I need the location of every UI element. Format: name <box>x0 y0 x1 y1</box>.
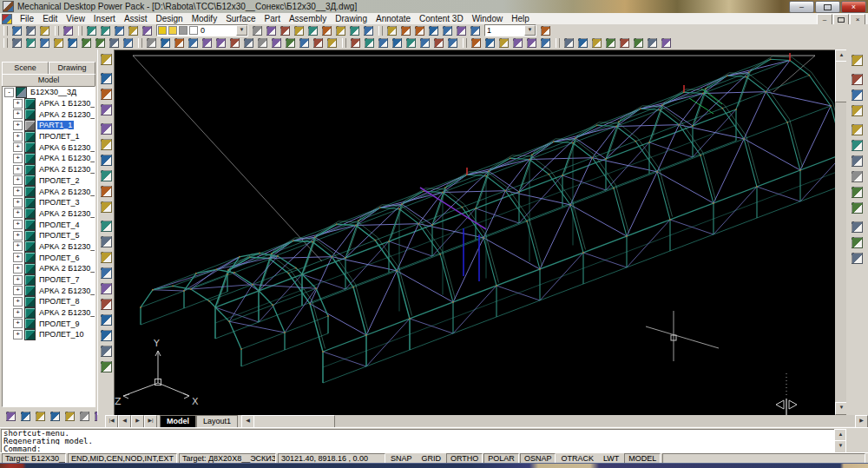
distant-light-icon[interactable] <box>469 24 482 37</box>
tree-expander-icon[interactable]: + <box>13 121 23 130</box>
arc-icon[interactable] <box>38 36 51 49</box>
toolbar-grip[interactable] <box>78 26 82 36</box>
tree-expander-icon[interactable]: + <box>13 231 23 241</box>
snap-from-icon[interactable] <box>99 87 114 102</box>
tree-expander-icon[interactable]: + <box>13 154 23 163</box>
tree-item[interactable]: +АРКА 2 Б1230_9 <box>3 307 95 319</box>
menu-drawing[interactable]: Drawing <box>331 14 372 23</box>
tree-item[interactable]: +АРКА 2 Б1230_1 <box>3 109 95 120</box>
dropdown-arrow-icon[interactable]: ▼ <box>236 25 247 36</box>
tree-expander-icon[interactable]: + <box>13 142 23 152</box>
tree-item[interactable]: +ПРОЛЕТ_8 <box>3 296 95 307</box>
tree-item[interactable]: +АРКА 2 Б1230_3 <box>3 186 95 197</box>
combine-icon[interactable] <box>618 36 631 49</box>
toolbar-grip[interactable] <box>342 38 346 48</box>
move-icon[interactable] <box>159 36 172 49</box>
copy-clip-icon[interactable] <box>99 24 112 37</box>
work-plane-icon[interactable] <box>99 344 114 359</box>
mirror-icon[interactable] <box>201 36 214 49</box>
drawing-canvas[interactable]: YZX <box>114 49 836 416</box>
save-icon[interactable] <box>38 24 51 37</box>
tree-expander-icon[interactable]: + <box>13 297 23 307</box>
tab-layout1[interactable]: Layout1 <box>196 415 238 427</box>
erase-icon[interactable] <box>145 36 158 49</box>
sweep-feature-icon[interactable] <box>99 250 114 265</box>
menu-edit[interactable]: Edit <box>38 14 62 23</box>
select-objects-icon[interactable] <box>99 52 114 67</box>
menu-content-3d[interactable]: Content 3D <box>415 14 468 23</box>
zoom-all-icon[interactable] <box>497 36 510 49</box>
dimension-2d-icon[interactable] <box>293 24 306 37</box>
annotation-flag-icon[interactable] <box>77 409 91 423</box>
fog-icon[interactable] <box>850 201 865 215</box>
tree-item[interactable]: +АРКА 2 Б1230_6 <box>3 241 95 253</box>
new-icon[interactable] <box>10 24 23 37</box>
tab-prev-icon[interactable]: ◀ <box>118 415 131 428</box>
shade-icon[interactable] <box>525 36 538 49</box>
mapping-icon[interactable] <box>850 169 865 184</box>
text-style-icon[interactable] <box>391 36 404 49</box>
camera-icon[interactable] <box>455 24 468 37</box>
tree-item[interactable]: +ПРОЛЕТ_3 <box>3 197 95 208</box>
array-icon[interactable] <box>228 36 241 49</box>
menu-design[interactable]: Design <box>152 14 187 23</box>
extrude-feature-icon[interactable] <box>99 219 114 234</box>
tree-expander-icon[interactable]: + <box>13 208 23 218</box>
tree-item[interactable]: +АРКА 1 Б1230_1 <box>3 98 95 109</box>
scene-new-icon[interactable] <box>33 409 47 423</box>
tree-item[interactable]: +ПРОЛЕТ_6 <box>3 252 95 263</box>
tree-expander-icon[interactable]: + <box>13 187 23 196</box>
windows-taskbar-edge[interactable] <box>0 463 868 468</box>
chamfer-feature-icon[interactable] <box>99 313 114 327</box>
landscape-new-icon[interactable] <box>850 220 865 234</box>
shade-mode-icon[interactable] <box>850 72 865 87</box>
add-constraint-icon[interactable] <box>99 184 114 199</box>
render-statistics-icon[interactable] <box>850 251 865 266</box>
layer-combo[interactable]: 0 ▼ <box>156 24 248 36</box>
construction-line-icon[interactable] <box>24 36 37 49</box>
rotate-icon[interactable] <box>173 36 186 49</box>
tree-item[interactable]: +АРКА 2 Б1230_8 <box>3 285 95 296</box>
menu-part[interactable]: Part <box>260 14 285 23</box>
tree-item[interactable]: +АРКА 2 Б1230_7 <box>3 263 95 274</box>
loft-feature-icon[interactable] <box>99 266 114 280</box>
tree-expander-icon[interactable]: + <box>13 175 23 185</box>
toolbar-grip[interactable] <box>3 26 8 36</box>
menu-file[interactable]: File <box>16 14 38 23</box>
tree-expander-icon[interactable]: + <box>13 308 23 318</box>
layer-lock-icon[interactable] <box>179 26 187 35</box>
update-part-icon[interactable] <box>660 36 673 49</box>
undo-icon[interactable] <box>251 24 264 37</box>
tree-expander-icon[interactable]: + <box>13 264 23 274</box>
break-icon[interactable] <box>270 36 283 49</box>
fillet-feature-icon[interactable] <box>99 297 114 312</box>
polygon-icon[interactable] <box>80 36 93 49</box>
hide-objects-icon[interactable] <box>850 53 865 68</box>
tree-item[interactable]: +ПРОЛЕТ_9 <box>3 318 95 329</box>
part-lock-icon[interactable] <box>48 409 62 423</box>
spline-icon[interactable] <box>52 36 65 49</box>
attribute-icon[interactable] <box>446 36 459 49</box>
tree-item[interactable]: +ПРОЛЕТ_2 <box>3 175 95 187</box>
fillet-3d-icon[interactable] <box>604 36 617 49</box>
text-icon[interactable] <box>349 36 362 49</box>
toolbar-grip[interactable] <box>463 38 467 48</box>
extrude-icon[interactable] <box>576 36 589 49</box>
image-insert-icon[interactable] <box>334 24 347 37</box>
tab-drawing[interactable]: Drawing <box>49 62 95 75</box>
view-next-icon[interactable] <box>399 24 412 37</box>
scroll-left-icon[interactable]: ◀ <box>241 415 254 428</box>
chamfer-icon[interactable] <box>284 36 297 49</box>
sketch-new-icon[interactable] <box>99 122 114 136</box>
desktop-options-icon[interactable] <box>3 409 17 423</box>
sketch-2d-icon[interactable] <box>265 24 278 37</box>
lights-icon[interactable] <box>850 103 865 118</box>
toolbar-grip[interactable] <box>138 38 142 48</box>
canvas-vertical-scrollbar[interactable]: ▲ ▼ <box>835 49 846 415</box>
tree-item[interactable]: +АРКА 2 Б1230_4 <box>3 208 95 220</box>
materials-icon[interactable] <box>850 138 865 153</box>
maximize-button[interactable] <box>815 1 840 13</box>
tree-item[interactable]: +PART1_1 <box>3 120 95 131</box>
tree-expander-icon[interactable]: + <box>13 132 23 142</box>
rectangle-icon[interactable] <box>66 36 79 49</box>
